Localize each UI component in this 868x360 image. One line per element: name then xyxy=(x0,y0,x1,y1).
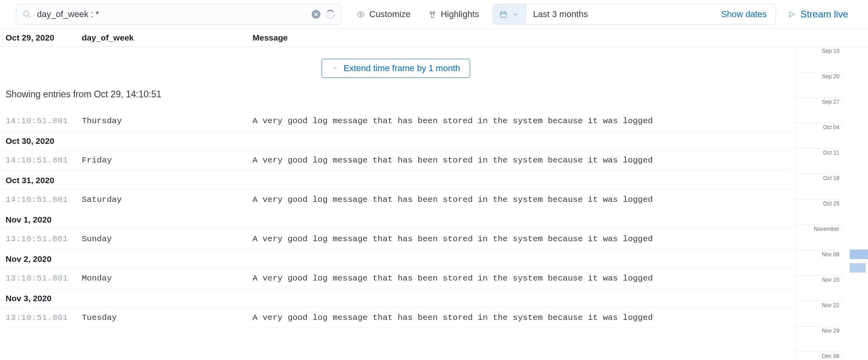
log-message: A very good log message that has been st… xyxy=(253,156,786,165)
showing-entries-text: Showing entries from Oct 29, 14:10:51 xyxy=(0,87,792,111)
chevron-down-icon xyxy=(511,10,519,18)
log-message: A very good log message that has been st… xyxy=(253,195,786,204)
timeline-tick[interactable]: Nov 22 xyxy=(795,301,843,327)
activity-edge xyxy=(843,47,868,360)
stream-live-label: Stream live xyxy=(800,9,848,20)
col-header-time[interactable]: Oct 29, 2020 xyxy=(6,33,82,43)
highlights-button[interactable]: Highlights xyxy=(419,4,488,25)
timeline-tick-label: Oct 25 xyxy=(822,200,839,207)
log-row[interactable]: 13:10:51.801TuesdayA very good log messa… xyxy=(0,308,792,328)
timeline-tick[interactable]: Nov 29 xyxy=(795,327,843,352)
activity-bar xyxy=(850,263,866,273)
eye-icon xyxy=(357,10,365,19)
svg-rect-5 xyxy=(500,12,506,17)
log-message: A very good log message that has been st… xyxy=(253,116,786,126)
timeline-tick[interactable]: Sep 13 xyxy=(795,47,843,72)
search-input[interactable] xyxy=(37,9,306,19)
log-timestamp: 14:10:51.801 xyxy=(6,195,82,204)
log-row[interactable]: 14:10:51.801FridayA very good log messag… xyxy=(0,150,792,171)
col-header-dow[interactable]: day_of_week xyxy=(82,33,253,43)
highlighter-icon xyxy=(428,10,437,19)
log-timestamp: 13:10:51.801 xyxy=(6,274,82,283)
column-header-row: Oct 29, 2020 day_of_week Message xyxy=(0,29,868,47)
svg-point-4 xyxy=(360,13,362,15)
extend-timeframe-button[interactable]: Extend time frame by 1 month xyxy=(322,59,470,78)
search-field-wrap[interactable] xyxy=(16,4,341,25)
content-area: Extend time frame by 1 month Showing ent… xyxy=(0,47,868,360)
log-row[interactable]: 13:10:51.801MondayA very good log messag… xyxy=(0,268,792,289)
extend-timeframe-label: Extend time frame by 1 month xyxy=(343,63,460,74)
log-row[interactable]: 14:10:51.801SaturdayA very good log mess… xyxy=(0,190,792,210)
timeline-tick-label: Oct 11 xyxy=(822,149,839,156)
timeline-tick-label: November xyxy=(812,226,839,232)
timeline-tick-label: Sep 27 xyxy=(820,99,839,105)
log-day-of-week: Thursday xyxy=(82,116,253,126)
log-message: A very good log message that has been st… xyxy=(253,274,786,283)
timeline-tick[interactable]: Oct 18 xyxy=(795,174,843,199)
timeline-tick-label: Oct 18 xyxy=(822,175,839,181)
log-timestamp: 14:10:51.801 xyxy=(6,116,82,126)
timeline-tick[interactable]: Oct 25 xyxy=(795,199,843,225)
activity-bars xyxy=(850,250,868,277)
activity-bar xyxy=(850,250,868,259)
log-day-of-week: Friday xyxy=(82,156,253,165)
timeline-minimap[interactable]: Sep 13Sep 20Sep 27Oct 04Oct 11Oct 18Oct … xyxy=(795,47,843,360)
log-row[interactable]: 14:10:51.801ThursdayA very good log mess… xyxy=(0,111,792,132)
clear-search-icon[interactable] xyxy=(312,10,320,19)
calendar-icon xyxy=(500,10,507,18)
extend-timeframe-wrap: Extend time frame by 1 month xyxy=(0,47,792,87)
timeline-tick[interactable]: Oct 04 xyxy=(795,123,843,149)
date-picker-button[interactable] xyxy=(493,4,526,24)
date-range-group: Last 3 months Show dates xyxy=(493,4,776,25)
day-header: Nov 2, 2020 xyxy=(0,250,792,268)
log-timestamp: 14:10:51.801 xyxy=(6,156,82,165)
timeline-tick-label: Nov 15 xyxy=(820,277,839,283)
timeline-tick-label: Nov 22 xyxy=(820,302,839,308)
timeline-tick[interactable]: Oct 11 xyxy=(795,149,843,174)
timeline-tick-label: Nov 08 xyxy=(820,251,839,257)
log-day-of-week: Saturday xyxy=(82,195,253,204)
timeline-tick-label: Oct 04 xyxy=(822,124,839,130)
log-row[interactable]: 13:10:51.801SundayA very good log messag… xyxy=(0,229,792,250)
log-day-of-week: Monday xyxy=(82,274,253,283)
date-range-label[interactable]: Last 3 months xyxy=(526,9,712,19)
svg-marker-9 xyxy=(790,12,795,17)
log-pane: Extend time frame by 1 month Showing ent… xyxy=(0,47,795,360)
log-day-of-week: Sunday xyxy=(82,234,253,244)
customize-label: Customize xyxy=(369,9,411,19)
timeline-tick[interactable]: Sep 20 xyxy=(795,72,843,98)
search-icon xyxy=(23,10,31,19)
svg-line-1 xyxy=(28,15,30,17)
timeline-tick[interactable]: Dec 06 xyxy=(795,352,843,360)
day-header: Oct 31, 2020 xyxy=(0,171,792,190)
col-header-message[interactable]: Message xyxy=(253,33,862,43)
log-timestamp: 13:10:51.801 xyxy=(6,313,82,322)
log-message: A very good log message that has been st… xyxy=(253,313,786,322)
log-timestamp: 13:10:51.801 xyxy=(6,234,82,244)
timeline-tick[interactable]: November xyxy=(795,225,843,250)
stream-live-button[interactable]: Stream live xyxy=(776,9,852,20)
timeline-tick-label: Dec 06 xyxy=(820,353,839,359)
day-header: Nov 3, 2020 xyxy=(0,289,792,308)
show-dates-button[interactable]: Show dates xyxy=(712,9,775,19)
highlights-label: Highlights xyxy=(441,9,479,19)
log-day-of-week: Tuesday xyxy=(82,313,253,322)
customize-button[interactable]: Customize xyxy=(348,4,419,25)
timeline-tick[interactable]: Nov 08 xyxy=(795,250,843,276)
play-icon xyxy=(788,10,796,18)
day-header: Nov 1, 2020 xyxy=(0,210,792,229)
chevron-up-icon xyxy=(332,65,339,72)
log-list: 14:10:51.801ThursdayA very good log mess… xyxy=(0,111,792,328)
svg-point-0 xyxy=(24,11,29,16)
log-message: A very good log message that has been st… xyxy=(253,234,786,244)
loading-spinner-icon xyxy=(326,10,335,19)
timeline-tick[interactable]: Sep 27 xyxy=(795,98,843,123)
toolbar-right-group: Customize Highlights Last 3 months Show … xyxy=(348,4,852,25)
day-header: Oct 30, 2020 xyxy=(0,132,792,150)
timeline-tick-label: Sep 13 xyxy=(820,48,839,54)
timeline-tick[interactable]: Nov 15 xyxy=(795,276,843,301)
top-toolbar: Customize Highlights Last 3 months Show … xyxy=(0,0,868,29)
timeline-tick-label: Sep 20 xyxy=(820,73,839,79)
timeline-tick-label: Nov 29 xyxy=(820,327,839,334)
